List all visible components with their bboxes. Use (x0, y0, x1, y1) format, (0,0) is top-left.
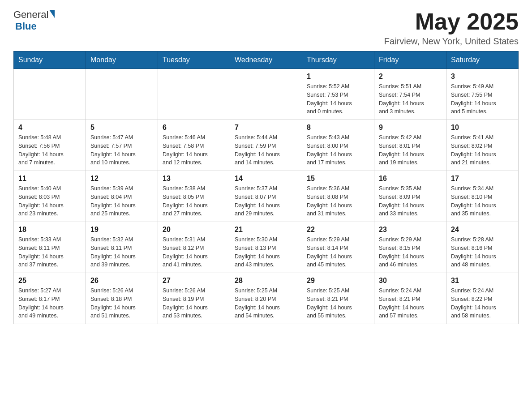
day-number: 15 (307, 175, 369, 183)
header-saturday: Saturday (446, 51, 519, 69)
calendar-cell (230, 69, 302, 120)
day-info: Sunrise: 5:35 AMSunset: 8:09 PMDaylight:… (379, 184, 442, 218)
day-number: 13 (163, 175, 225, 183)
day-number: 28 (235, 277, 297, 285)
day-info: Sunrise: 5:33 AMSunset: 8:11 PMDaylight:… (18, 235, 81, 269)
page-header: General Blue May 2025 Fairview, New York… (13, 9, 519, 47)
day-number: 12 (90, 175, 153, 183)
header-tuesday: Tuesday (158, 51, 230, 69)
day-number: 25 (18, 277, 81, 285)
logo-blue-text: Blue (15, 21, 37, 32)
calendar-cell: 1Sunrise: 5:52 AMSunset: 7:53 PMDaylight… (302, 69, 374, 120)
calendar-cell: 10Sunrise: 5:41 AMSunset: 8:02 PMDayligh… (446, 120, 519, 171)
calendar-cell: 18Sunrise: 5:33 AMSunset: 8:11 PMDayligh… (14, 222, 86, 273)
calendar-cell: 6Sunrise: 5:46 AMSunset: 7:58 PMDaylight… (158, 120, 230, 171)
day-number: 19 (90, 226, 153, 234)
calendar-cell: 13Sunrise: 5:38 AMSunset: 8:05 PMDayligh… (158, 171, 230, 222)
day-info: Sunrise: 5:46 AMSunset: 7:58 PMDaylight:… (163, 133, 225, 167)
calendar-cell: 19Sunrise: 5:32 AMSunset: 8:11 PMDayligh… (86, 222, 158, 273)
calendar-cell: 8Sunrise: 5:43 AMSunset: 8:00 PMDaylight… (302, 120, 374, 171)
calendar-cell: 4Sunrise: 5:48 AMSunset: 7:56 PMDaylight… (14, 120, 86, 171)
header-sunday: Sunday (14, 51, 86, 69)
day-number: 3 (451, 73, 514, 81)
day-number: 16 (379, 175, 442, 183)
month-title: May 2025 (384, 9, 519, 34)
calendar-cell: 7Sunrise: 5:44 AMSunset: 7:59 PMDaylight… (230, 120, 302, 171)
day-info: Sunrise: 5:48 AMSunset: 7:56 PMDaylight:… (18, 133, 81, 167)
day-number: 26 (90, 277, 153, 285)
day-number: 23 (379, 226, 442, 234)
day-number: 4 (18, 124, 81, 132)
title-area: May 2025 Fairview, New York, United Stat… (384, 9, 519, 47)
day-info: Sunrise: 5:26 AMSunset: 8:18 PMDaylight:… (90, 287, 153, 320)
day-info: Sunrise: 5:29 AMSunset: 8:15 PMDaylight:… (379, 235, 442, 269)
day-info: Sunrise: 5:49 AMSunset: 7:55 PMDaylight:… (451, 82, 514, 116)
logo-triangle-icon (49, 10, 55, 18)
calendar-cell: 14Sunrise: 5:37 AMSunset: 8:07 PMDayligh… (230, 171, 302, 222)
calendar-week-row: 18Sunrise: 5:33 AMSunset: 8:11 PMDayligh… (14, 222, 519, 273)
day-number: 14 (235, 175, 297, 183)
day-info: Sunrise: 5:39 AMSunset: 8:04 PMDaylight:… (90, 184, 153, 218)
calendar-cell: 27Sunrise: 5:26 AMSunset: 8:19 PMDayligh… (158, 273, 230, 324)
day-number: 10 (451, 124, 514, 132)
logo: General Blue (13, 9, 55, 32)
calendar-cell: 12Sunrise: 5:39 AMSunset: 8:04 PMDayligh… (86, 171, 158, 222)
day-number: 29 (307, 277, 369, 285)
day-number: 1 (307, 73, 369, 81)
day-header-row: Sunday Monday Tuesday Wednesday Thursday… (14, 51, 519, 69)
day-number: 18 (18, 226, 81, 234)
calendar-cell: 29Sunrise: 5:25 AMSunset: 8:21 PMDayligh… (302, 273, 374, 324)
calendar-cell: 23Sunrise: 5:29 AMSunset: 8:15 PMDayligh… (374, 222, 446, 273)
header-thursday: Thursday (302, 51, 374, 69)
day-info: Sunrise: 5:44 AMSunset: 7:59 PMDaylight:… (235, 133, 297, 167)
day-number: 31 (451, 277, 514, 285)
calendar-week-row: 11Sunrise: 5:40 AMSunset: 8:03 PMDayligh… (14, 171, 519, 222)
day-info: Sunrise: 5:34 AMSunset: 8:10 PMDaylight:… (451, 184, 514, 218)
calendar-cell: 5Sunrise: 5:47 AMSunset: 7:57 PMDaylight… (86, 120, 158, 171)
calendar-cell: 15Sunrise: 5:36 AMSunset: 8:08 PMDayligh… (302, 171, 374, 222)
calendar-table: Sunday Monday Tuesday Wednesday Thursday… (13, 51, 519, 324)
day-info: Sunrise: 5:25 AMSunset: 8:20 PMDaylight:… (235, 287, 297, 320)
day-number: 7 (235, 124, 297, 132)
day-info: Sunrise: 5:51 AMSunset: 7:54 PMDaylight:… (379, 82, 442, 116)
day-number: 21 (235, 226, 297, 234)
calendar-cell: 26Sunrise: 5:26 AMSunset: 8:18 PMDayligh… (86, 273, 158, 324)
day-number: 2 (379, 73, 442, 81)
day-info: Sunrise: 5:36 AMSunset: 8:08 PMDaylight:… (307, 184, 369, 218)
day-number: 5 (90, 124, 153, 132)
day-info: Sunrise: 5:29 AMSunset: 8:14 PMDaylight:… (307, 235, 369, 269)
calendar-cell: 24Sunrise: 5:28 AMSunset: 8:16 PMDayligh… (446, 222, 519, 273)
day-info: Sunrise: 5:24 AMSunset: 8:22 PMDaylight:… (451, 287, 514, 320)
day-number: 17 (451, 175, 514, 183)
day-number: 24 (451, 226, 514, 234)
calendar-cell: 21Sunrise: 5:30 AMSunset: 8:13 PMDayligh… (230, 222, 302, 273)
calendar-week-row: 1Sunrise: 5:52 AMSunset: 7:53 PMDaylight… (14, 69, 519, 120)
day-info: Sunrise: 5:27 AMSunset: 8:17 PMDaylight:… (18, 287, 81, 320)
day-number: 9 (379, 124, 442, 132)
header-friday: Friday (374, 51, 446, 69)
header-wednesday: Wednesday (230, 51, 302, 69)
day-number: 8 (307, 124, 369, 132)
day-info: Sunrise: 5:26 AMSunset: 8:19 PMDaylight:… (163, 287, 225, 320)
calendar-cell: 17Sunrise: 5:34 AMSunset: 8:10 PMDayligh… (446, 171, 519, 222)
day-number: 20 (163, 226, 225, 234)
calendar-cell: 30Sunrise: 5:24 AMSunset: 8:21 PMDayligh… (374, 273, 446, 324)
calendar-cell: 22Sunrise: 5:29 AMSunset: 8:14 PMDayligh… (302, 222, 374, 273)
day-info: Sunrise: 5:40 AMSunset: 8:03 PMDaylight:… (18, 184, 81, 218)
calendar-cell: 2Sunrise: 5:51 AMSunset: 7:54 PMDaylight… (374, 69, 446, 120)
calendar-cell: 20Sunrise: 5:31 AMSunset: 8:12 PMDayligh… (158, 222, 230, 273)
day-info: Sunrise: 5:24 AMSunset: 8:21 PMDaylight:… (379, 287, 442, 320)
calendar-cell: 25Sunrise: 5:27 AMSunset: 8:17 PMDayligh… (14, 273, 86, 324)
day-info: Sunrise: 5:41 AMSunset: 8:02 PMDaylight:… (451, 133, 514, 167)
day-info: Sunrise: 5:31 AMSunset: 8:12 PMDaylight:… (163, 235, 225, 269)
day-info: Sunrise: 5:37 AMSunset: 8:07 PMDaylight:… (235, 184, 297, 218)
day-info: Sunrise: 5:28 AMSunset: 8:16 PMDaylight:… (451, 235, 514, 269)
calendar-cell: 11Sunrise: 5:40 AMSunset: 8:03 PMDayligh… (14, 171, 86, 222)
day-info: Sunrise: 5:43 AMSunset: 8:00 PMDaylight:… (307, 133, 369, 167)
calendar-cell: 16Sunrise: 5:35 AMSunset: 8:09 PMDayligh… (374, 171, 446, 222)
day-number: 22 (307, 226, 369, 234)
day-info: Sunrise: 5:32 AMSunset: 8:11 PMDaylight:… (90, 235, 153, 269)
day-info: Sunrise: 5:42 AMSunset: 8:01 PMDaylight:… (379, 133, 442, 167)
location-subtitle: Fairview, New York, United States (384, 36, 519, 47)
day-info: Sunrise: 5:38 AMSunset: 8:05 PMDaylight:… (163, 184, 225, 218)
